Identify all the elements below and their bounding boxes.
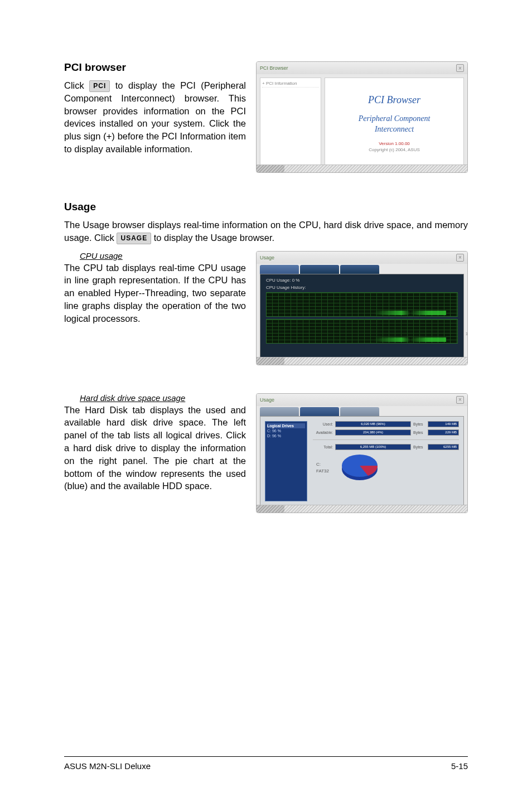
pci-body-pre: Click xyxy=(64,80,89,90)
pci-info-sub: Peripheral Component Interconnect xyxy=(359,114,431,134)
pci-screenshot: PCI Browser × + PCI Information PCI Brow… xyxy=(256,61,468,173)
hdd-avail-bar: 234,380 (4%) xyxy=(335,429,411,436)
pci-button-icon: PCI xyxy=(89,80,110,92)
hdd-list-d: D: 96 % xyxy=(267,433,305,438)
cpu-text-col: CPU usage The CPU tab displays real-time… xyxy=(64,251,246,365)
pci-tree-item: + PCI Information xyxy=(262,80,319,88)
cpu-graph-2 xyxy=(266,319,458,344)
pci-title: PCI browser xyxy=(64,61,246,74)
cpu-scr-body: CPU Usage: 0 % CPU Usage History: 2 % 16… xyxy=(260,274,464,360)
hdd-used-unit: Bytes xyxy=(413,422,425,426)
usage-title: Usage xyxy=(64,201,468,213)
hdd-text-col: Hard disk drive space usage The Hard Dis… xyxy=(64,393,246,513)
cpu-scr-title: Usage xyxy=(260,255,274,260)
pci-version: Version 1.00.00 xyxy=(379,141,410,146)
hdd-total-unit: Bytes xyxy=(413,445,425,449)
hdd-divider xyxy=(313,439,459,440)
cpu-section: CPU usage The CPU tab displays real-time… xyxy=(64,251,468,365)
close-icon: × xyxy=(456,396,464,404)
pci-scr-footer xyxy=(257,165,467,172)
hdd-used-bar-label: 6,020 MB (96%) xyxy=(361,422,385,426)
footer-left: ASUS M2N-SLI Deluxe xyxy=(64,761,151,771)
pci-scr-body: + PCI Information PCI Browser Peripheral… xyxy=(257,74,467,172)
cpu-scr-footer xyxy=(257,357,467,365)
hdd-list-c: C: 96 % xyxy=(267,428,305,433)
hdd-text: The Hard Disk tab displays the used and … xyxy=(64,404,246,492)
pci-text-col: PCI browser Click PCI to display the PCI… xyxy=(64,61,246,173)
hdd-scr-title: Usage xyxy=(260,397,274,403)
hdd-tab-mem xyxy=(340,407,379,416)
pci-scr-title: PCI Browser xyxy=(260,65,288,71)
hdd-used-label: Used: xyxy=(313,422,333,426)
cpu-history-label: CPU Usage History: xyxy=(266,285,458,290)
cpu-side-2: 16 % xyxy=(466,331,468,336)
hdd-screenshot-col: Usage × Logical Drives C: 96 % D: 96 % U… xyxy=(256,393,468,513)
hdd-tab-cpu xyxy=(260,407,299,416)
hdd-screenshot: Usage × Logical Drives C: 96 % D: 96 % U… xyxy=(256,393,468,513)
cpu-usage-label: CPU Usage: 0 % xyxy=(266,278,458,283)
hdd-total-num: 6255 MB xyxy=(443,445,457,448)
footer-right: 5-15 xyxy=(451,761,468,771)
hdd-scr-body: Logical Drives C: 96 % D: 96 % Used: 6,0… xyxy=(260,416,464,506)
hdd-row-total: Total: 6,255 MB (100%) Bytes 6255 MB xyxy=(313,444,459,450)
page-footer: ASUS M2N-SLI Deluxe 5-15 xyxy=(64,756,468,771)
pci-scr-titlebar: PCI Browser × xyxy=(257,62,467,74)
pci-tree-panel: + PCI Information xyxy=(260,78,321,169)
hdd-avail-num: 229 MB xyxy=(445,431,457,434)
cpu-graph-1 xyxy=(266,292,458,317)
hdd-total-val: 6255 MB xyxy=(428,444,459,450)
pci-screenshot-col: PCI Browser × + PCI Information PCI Brow… xyxy=(256,61,468,173)
hdd-tabs xyxy=(257,406,467,416)
close-icon: × xyxy=(456,254,464,262)
hdd-total-bar: 6,255 MB (100%) xyxy=(335,444,411,450)
hdd-legend-fs: FAT32 xyxy=(316,468,329,474)
hdd-avail-unit: Bytes xyxy=(413,431,425,434)
hdd-row-used: Used: 6,020 MB (96%) Bytes 149 MB xyxy=(313,421,459,427)
hdd-tab-hdd xyxy=(300,407,339,416)
hdd-total-label: Total: xyxy=(313,445,333,449)
usage-intro-post: to display the Usage browser. xyxy=(154,233,274,243)
hdd-row-avail: Available: 234,380 (4%) Bytes 229 MB xyxy=(313,429,459,436)
pci-sub1: Peripheral Component xyxy=(359,114,431,123)
cpu-tabs xyxy=(257,264,467,274)
cpu-tab-mem xyxy=(340,265,379,274)
hdd-avail-val: 229 MB xyxy=(428,429,459,436)
hdd-used-num: 149 MB xyxy=(445,422,457,426)
hdd-avail-label: Available: xyxy=(313,431,333,434)
usage-intro: The Usage browser displays real-time inf… xyxy=(64,219,468,244)
cpu-tab-hdd xyxy=(300,265,339,274)
cpu-graph1-wrap: 2 % xyxy=(266,292,458,317)
hdd-list-header: Logical Drives xyxy=(267,423,305,428)
hdd-detail-panel: Used: 6,020 MB (96%) Bytes 149 MB Availa… xyxy=(313,421,459,501)
cpu-screenshot: Usage × CPU Usage: 0 % CPU Usage History… xyxy=(256,251,468,365)
hdd-total-bar-label: 6,255 MB (100%) xyxy=(360,445,386,448)
hdd-section: Hard disk drive space usage The Hard Dis… xyxy=(64,393,468,513)
hdd-scr-titlebar: Usage × xyxy=(257,394,467,406)
pci-sub2: Interconnect xyxy=(375,125,414,133)
cpu-tab-cpu xyxy=(260,265,299,274)
cpu-text: The CPU tab displays real-time CPU usage… xyxy=(64,262,246,325)
pci-info-panel: PCI Browser Peripheral Component Interco… xyxy=(325,78,464,169)
pci-info-title: PCI Browser xyxy=(368,94,420,106)
cpu-subtitle: CPU usage xyxy=(80,251,246,260)
hdd-avail-bar-label: 234,380 (4%) xyxy=(363,431,383,434)
hdd-legend-drive: C: xyxy=(316,462,321,467)
hdd-used-val: 149 MB xyxy=(428,421,459,427)
cpu-graph2-wrap: 16 % xyxy=(266,319,458,344)
close-icon: × xyxy=(456,64,464,72)
pci-copyright: Copyright (c) 2004, ASUS xyxy=(369,147,420,152)
pci-body: Click PCI to display the PCI (Peripheral… xyxy=(64,79,246,156)
pie-chart-icon xyxy=(340,453,379,482)
hdd-pie-row: C: FAT32 xyxy=(313,453,459,482)
hdd-subtitle: Hard disk drive space usage xyxy=(80,393,246,403)
cpu-scr-titlebar: Usage × xyxy=(257,252,467,264)
cpu-screenshot-col: Usage × CPU Usage: 0 % CPU Usage History… xyxy=(256,251,468,365)
hdd-used-bar: 6,020 MB (96%) xyxy=(335,421,411,427)
hdd-scr-footer xyxy=(257,505,467,513)
hdd-pie-legend: C: FAT32 xyxy=(316,461,329,475)
pci-section: PCI browser Click PCI to display the PCI… xyxy=(64,61,468,173)
usage-button-icon: USAGE xyxy=(117,233,151,244)
hdd-drive-list: Logical Drives C: 96 % D: 96 % xyxy=(265,421,307,501)
